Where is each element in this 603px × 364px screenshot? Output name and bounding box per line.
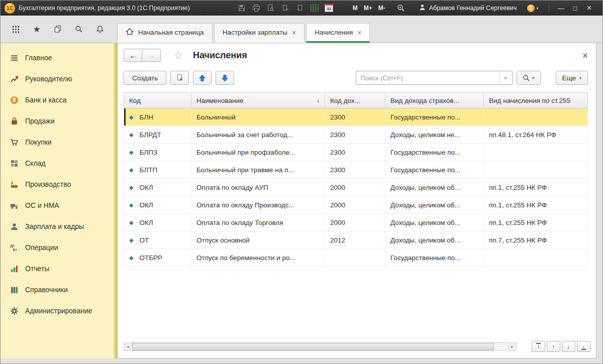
sidebar-item-os-i-nma[interactable]: ОС и НМА [1, 195, 117, 216]
dropdown-caret-icon: ▾ [532, 76, 534, 80]
clear-search-icon[interactable]: × [499, 71, 512, 84]
back-button[interactable]: ← [124, 49, 142, 62]
calendar-icon[interactable]: 31 [324, 3, 334, 13]
table-row-9[interactable]: ◆ОТБРР Отпуск по беременности и ро... Го… [124, 249, 587, 267]
titlebar-tools: 31 [237, 3, 334, 13]
sidebar-item-bank-i-kassa[interactable]: ₽ Банк и касса [1, 89, 117, 110]
row-up-button[interactable]: ↑ [547, 341, 560, 352]
sidebar-item-zarplata-i-kadry[interactable]: Зарплата и кадры [1, 216, 117, 237]
column-header-insurance-type[interactable]: Вид дохода страхов... [385, 93, 484, 108]
sidebar-item-prodazhi[interactable]: Продажи [1, 110, 117, 132]
sidebar-item-administrirovanie[interactable]: Администрирование [1, 300, 117, 321]
gear-icon [10, 307, 19, 315]
scrollbar-track[interactable] [132, 343, 508, 350]
import-file-icon[interactable] [295, 3, 305, 13]
sidebar-item-label: Главное [25, 54, 52, 62]
close-page-icon[interactable]: × [582, 51, 588, 60]
print-preview-icon[interactable] [266, 3, 276, 13]
save-icon[interactable] [237, 3, 247, 13]
table-row-6[interactable]: ◆ОКЛ Оплата по окладу Производс... 2000 … [124, 196, 587, 214]
row-down-button[interactable]: ↓ [562, 341, 575, 352]
cell-income-code: 2000 [325, 179, 385, 196]
zoom-plus-icon[interactable] [396, 3, 406, 13]
svg-text:Кт: Кт [13, 248, 17, 252]
sidebar-item-label: Справочники [25, 286, 68, 294]
app-menu-icon[interactable] [10, 23, 22, 35]
column-header-income-code[interactable]: Код дох... [325, 93, 385, 108]
sidebar-item-proizvodstvo[interactable]: Производство [1, 174, 117, 195]
info-button[interactable]: i ▾ [527, 5, 538, 12]
cell-article255: пп.1, ст.255 НК РФ [484, 179, 587, 196]
accruals-table: Код Наименование↓ Код дох... Вид дохода … [124, 92, 588, 340]
column-header-code[interactable]: Код [124, 93, 191, 108]
go-first-row-button[interactable]: ↑ [532, 341, 545, 352]
table-row-5[interactable]: ◆ОКЛ Оплата по окладу АУП 2000 Доходы, ц… [124, 179, 587, 196]
truck-icon [10, 201, 19, 210]
column-header-article255[interactable]: Вид начисления по ст.255 [484, 93, 587, 108]
cell-code: ◆ОКЛ [124, 179, 191, 196]
history-icon[interactable] [52, 23, 64, 35]
table-row-3[interactable]: ◆БЛПЗ Больничный при профзаболе... 2300 … [124, 144, 587, 161]
create-button[interactable]: Создать [124, 71, 166, 85]
table-row-1[interactable]: ◆БЛН Больничный 2300 Государственные по.… [124, 108, 587, 126]
notifications-bell-icon[interactable] [94, 23, 106, 35]
memory-m-button[interactable]: M [351, 4, 360, 13]
maximize-button[interactable]: □ [568, 3, 581, 14]
home-icon [126, 28, 134, 37]
scrollbar-thumb[interactable] [132, 343, 494, 350]
move-down-button[interactable] [216, 71, 234, 85]
tab-salary-settings[interactable]: Настройки зарплаты × [214, 23, 305, 43]
move-up-button[interactable] [193, 71, 212, 85]
info-icon: i [527, 5, 535, 12]
panel-tools: ★ [1, 23, 117, 35]
scroll-right-icon[interactable]: ► [508, 343, 516, 350]
sidebar-item-otchety[interactable]: Отчеты [1, 258, 117, 279]
horizontal-scrollbar[interactable]: ◄ ► [124, 342, 517, 351]
sidebar-item-pokupki[interactable]: Покупки [1, 132, 117, 153]
more-button[interactable]: Еще ▾ [556, 71, 588, 85]
1c-logo-icon: 1С [5, 3, 15, 14]
tab-label: Настройки зарплаты [223, 29, 287, 36]
print-icon[interactable] [251, 3, 261, 13]
cell-article255 [484, 144, 587, 161]
sidebar-item-glavnoe[interactable]: Главное [1, 47, 117, 68]
forward-button[interactable]: → [142, 49, 161, 62]
favorite-star-icon[interactable]: ☆ [174, 49, 183, 61]
table-row-4[interactable]: ◆БЛТП Больничный при травме на п... 2300… [124, 161, 587, 179]
close-tab-icon[interactable]: × [357, 29, 361, 36]
cell-insurance-type: Государственные по... [385, 144, 484, 161]
search-icon[interactable] [73, 23, 85, 35]
create-copy-button[interactable] [170, 71, 189, 85]
table-row-8[interactable]: ◆ОТ Отпуск основной 2012 Доходы, целиком… [124, 231, 587, 249]
search-options-button[interactable]: ▾ [517, 71, 541, 85]
cell-name: Отпуск по беременности и ро... [191, 249, 325, 267]
sidebar-item-rukovoditelyu[interactable]: Руководителю [1, 68, 117, 89]
cell-article255: пп.1, ст.255 НК РФ [484, 196, 587, 214]
table-row-2[interactable]: ◆БЛРДТ Больничный за счет работод... 230… [124, 126, 587, 144]
tabbar: ★ Начальная страница Настройки зарплаты … [1, 16, 602, 43]
cell-name: Больничный при профзаболе... [191, 144, 325, 161]
column-header-name[interactable]: Наименование↓ [191, 93, 325, 108]
list-nav-buttons: ↑ ↑ ↓ ↓ [532, 341, 590, 352]
cell-code: ◆БЛРДТ [124, 126, 191, 144]
tab-accruals[interactable]: Начисления × [306, 23, 370, 43]
scroll-left-icon[interactable]: ◄ [124, 343, 132, 350]
search-input[interactable] [356, 74, 499, 82]
favorites-star-icon[interactable]: ★ [31, 23, 43, 35]
memory-m-minus-button[interactable]: M- [376, 4, 387, 13]
close-window-button[interactable]: × [582, 3, 595, 14]
sidebar-item-sklad[interactable]: Склад [1, 153, 117, 174]
cell-income-code: 2000 [325, 196, 385, 214]
sidebar-item-spravochniki[interactable]: Справочники [1, 279, 117, 300]
table-row-7[interactable]: ◆ОКЛ Оплата по окладу Торговля 2000 Дохо… [124, 214, 587, 231]
minimize-button[interactable]: — [554, 3, 567, 14]
user-menu[interactable]: Абрамов Геннадий Сергеевич [419, 4, 517, 13]
export-file-icon[interactable] [280, 3, 290, 13]
sidebar-item-operacii[interactable]: ДтКт Операции [1, 237, 117, 258]
go-last-row-button[interactable]: ↓ [577, 341, 590, 352]
cell-name: Больничный при травме на п... [191, 161, 325, 179]
tab-home[interactable]: Начальная страница [117, 23, 213, 43]
memory-m-plus-button[interactable]: M+ [362, 4, 374, 13]
close-tab-icon[interactable]: × [292, 29, 296, 36]
spreadsheet-icon[interactable] [310, 3, 320, 13]
